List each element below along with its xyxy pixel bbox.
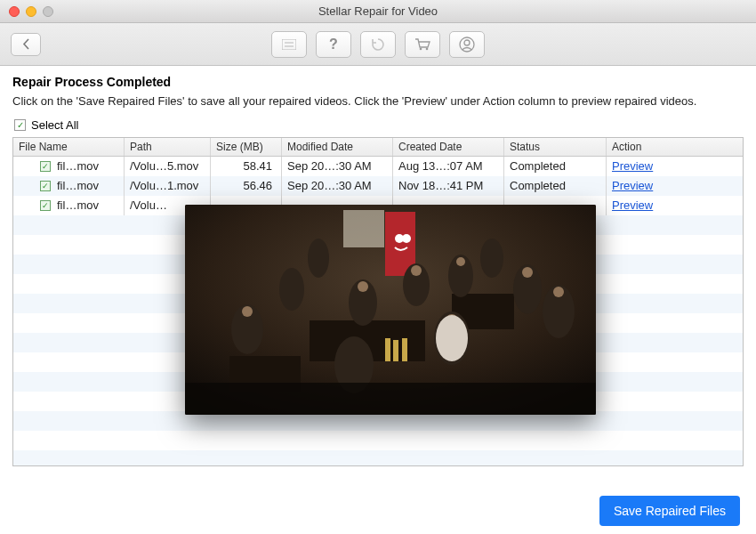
select-all-checkbox[interactable]: ✓ bbox=[14, 119, 26, 131]
col-status[interactable]: Status bbox=[504, 138, 607, 156]
table-row[interactable]: ✓fil…mov /Volu…1.mov 56.46 Sep 20…:30 AM… bbox=[13, 176, 743, 196]
svg-point-3 bbox=[420, 47, 422, 50]
select-all-label: Select All bbox=[31, 118, 78, 132]
refresh-toolbar-button[interactable] bbox=[360, 31, 396, 58]
user-icon bbox=[459, 36, 475, 53]
cell-created: Nov 18…:41 PM bbox=[393, 176, 504, 196]
svg-point-4 bbox=[426, 47, 429, 50]
svg-point-36 bbox=[436, 315, 468, 361]
buy-toolbar-button[interactable] bbox=[405, 31, 440, 58]
toolbar: ? bbox=[0, 23, 756, 66]
svg-point-33 bbox=[522, 267, 533, 278]
row-checkbox[interactable]: ✓ bbox=[40, 181, 51, 191]
svg-rect-0 bbox=[282, 39, 296, 50]
svg-point-30 bbox=[358, 281, 368, 292]
cell-filename: fil…mov bbox=[57, 159, 99, 173]
row-checkbox[interactable]: ✓ bbox=[40, 161, 51, 172]
cell-created: Aug 13…:07 AM bbox=[393, 157, 504, 176]
help-toolbar-button[interactable]: ? bbox=[316, 31, 351, 58]
col-created[interactable]: Created Date bbox=[393, 138, 504, 156]
page-heading: Repair Process Completed bbox=[12, 75, 744, 89]
svg-rect-16 bbox=[393, 340, 398, 361]
svg-point-24 bbox=[480, 239, 503, 278]
svg-point-20 bbox=[308, 239, 329, 278]
table-header: File Name Path Size (MB) Modified Date C… bbox=[13, 138, 743, 157]
col-size[interactable]: Size (MB) bbox=[211, 138, 282, 156]
row-checkbox[interactable]: ✓ bbox=[40, 200, 51, 211]
list-icon bbox=[282, 39, 296, 50]
preview-link[interactable]: Preview bbox=[612, 179, 653, 192]
window-title: Stellar Repair for Video bbox=[0, 4, 756, 18]
cell-status: Completed bbox=[504, 176, 607, 196]
list-toolbar-button[interactable] bbox=[271, 31, 307, 58]
video-preview-frame bbox=[185, 205, 596, 415]
svg-point-34 bbox=[553, 287, 564, 297]
cell-filename: fil…mov bbox=[57, 198, 99, 212]
select-all-row: ✓ Select All bbox=[14, 118, 744, 132]
svg-point-31 bbox=[411, 265, 422, 276]
cell-modified: Sep 20…:30 AM bbox=[282, 157, 393, 176]
col-action[interactable]: Action bbox=[607, 138, 743, 156]
svg-point-32 bbox=[456, 257, 465, 266]
cell-path: /Volu…1.mov bbox=[125, 176, 211, 196]
preview-link[interactable]: Preview bbox=[612, 159, 653, 173]
page-instruction: Click on the 'Save Repaired Files' to sa… bbox=[12, 94, 744, 109]
footer: Save Repaired Files bbox=[0, 488, 756, 534]
svg-point-19 bbox=[279, 268, 304, 311]
cart-icon bbox=[414, 38, 430, 51]
cell-size: 56.46 bbox=[211, 176, 282, 196]
cell-status: Completed bbox=[504, 157, 607, 176]
titlebar: Stellar Repair for Video bbox=[0, 0, 756, 23]
account-toolbar-button[interactable] bbox=[449, 31, 485, 58]
svg-point-29 bbox=[242, 306, 253, 317]
preview-link[interactable]: Preview bbox=[612, 198, 653, 212]
col-filename[interactable]: File Name bbox=[13, 138, 125, 156]
help-icon: ? bbox=[329, 36, 338, 53]
refresh-icon bbox=[371, 37, 385, 52]
cell-size: 58.41 bbox=[211, 157, 282, 176]
cell-path: /Volu…5.mov bbox=[125, 157, 211, 176]
cell-modified: Sep 20…:30 AM bbox=[282, 176, 393, 196]
save-repaired-files-button[interactable]: Save Repaired Files bbox=[599, 496, 740, 526]
svg-rect-15 bbox=[385, 338, 390, 361]
svg-rect-11 bbox=[343, 210, 384, 247]
video-preview-popup[interactable] bbox=[185, 205, 596, 415]
col-path[interactable]: Path bbox=[125, 138, 211, 156]
table-row[interactable]: ✓fil…mov /Volu…5.mov 58.41 Sep 20…:30 AM… bbox=[13, 157, 743, 176]
svg-rect-17 bbox=[402, 338, 407, 361]
cell-filename: fil…mov bbox=[57, 179, 99, 192]
col-modified[interactable]: Modified Date bbox=[282, 138, 393, 156]
svg-point-10 bbox=[402, 234, 411, 243]
svg-point-6 bbox=[464, 40, 470, 45]
svg-rect-37 bbox=[185, 383, 596, 415]
